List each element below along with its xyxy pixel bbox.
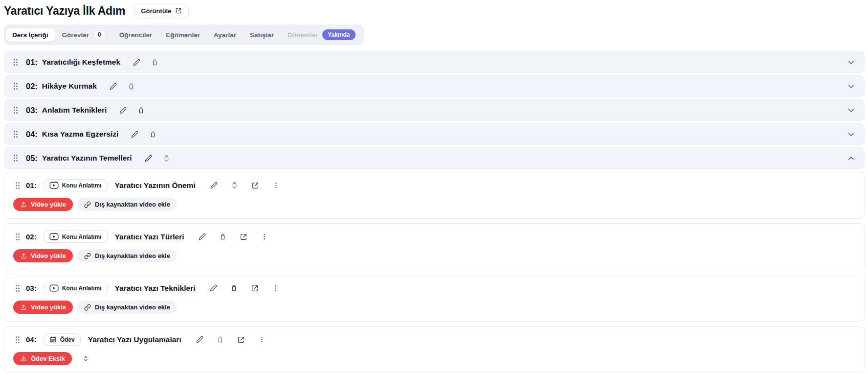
tab-bar: Ders İçeriği Görevler 0 Öğrenciler Eğitm… xyxy=(4,24,364,45)
lesson-number: 04: xyxy=(26,335,37,344)
lesson-type-badge: Konu Anlatımı xyxy=(44,231,108,243)
drag-handle-icon[interactable] xyxy=(13,154,18,162)
tab[interactable]: Dönemler Yakında xyxy=(281,26,362,43)
calendar-icon xyxy=(49,336,57,343)
external-video-button[interactable]: Dış kaynaktan video ekle xyxy=(77,249,177,262)
external-video-button[interactable]: Dış kaynaktan video ekle xyxy=(77,198,177,211)
section-row[interactable]: 03: Anlatım Teknikleri xyxy=(4,99,865,121)
trash-icon[interactable] xyxy=(231,182,238,189)
tab[interactable]: Eğitmenler xyxy=(159,28,206,42)
lesson-number: 01: xyxy=(26,181,37,189)
section-row[interactable]: 04: Kısa Yazma Egzersizi xyxy=(4,123,865,145)
trash-icon[interactable] xyxy=(230,284,238,292)
upload-video-button[interactable]: Video yükle xyxy=(13,301,73,314)
tab-label: Dönemler xyxy=(288,31,318,39)
lesson-type-label: Ödev xyxy=(60,336,75,343)
kebab-menu-icon[interactable] xyxy=(272,284,279,292)
trash-icon[interactable] xyxy=(128,83,135,90)
tab-label: Satışlar xyxy=(250,31,274,39)
tab[interactable]: Ders İçeriği xyxy=(6,28,55,42)
trash-icon[interactable] xyxy=(163,155,170,162)
tab-label: Ders İçeriği xyxy=(12,31,48,39)
lesson-header: 03: Konu Anlatımı Yaratıcı Yazı Teknikle… xyxy=(12,282,856,294)
link-icon xyxy=(84,201,91,208)
edit-pencil-icon[interactable] xyxy=(110,83,117,90)
edit-pencil-icon[interactable] xyxy=(210,182,218,189)
drag-handle-icon[interactable] xyxy=(15,233,20,241)
lesson-number: 03: xyxy=(26,284,37,292)
section-list: 01: Yaratıcılığı Keşfetmek xyxy=(4,51,865,169)
lesson-card: 04: Ödev Yaratıcı Yazı Uygulamaları xyxy=(4,326,865,373)
edit-pencil-icon[interactable] xyxy=(199,233,206,240)
lesson-card: 01: Konu Anlatımı Yaratıcı Yazının Önemi xyxy=(4,172,865,219)
chevron-down-icon[interactable] xyxy=(847,58,855,67)
video-actions: Video yükle Dış kaynaktan video ekle xyxy=(12,249,856,262)
lesson-header: 01: Konu Anlatımı Yaratıcı Yazının Önemi xyxy=(12,179,856,191)
tab[interactable]: Öğrenciler xyxy=(113,28,159,42)
edit-pencil-icon[interactable] xyxy=(133,59,140,66)
drag-handle-icon[interactable] xyxy=(15,336,20,344)
page-title: Yaratıcı Yazıya İlk Adım xyxy=(4,4,125,18)
open-external-icon[interactable] xyxy=(251,284,259,292)
open-external-icon[interactable] xyxy=(251,182,259,189)
chevron-down-icon[interactable] xyxy=(847,106,855,115)
play-video-icon xyxy=(49,284,59,292)
section-number: 02: xyxy=(26,82,38,91)
section-title: Hikâye Kurmak xyxy=(42,82,97,91)
upload-icon xyxy=(20,304,27,311)
upload-video-button[interactable]: Video yükle xyxy=(13,249,73,262)
lesson-type-badge: Konu Anlatımı xyxy=(44,179,108,191)
trash-icon[interactable] xyxy=(151,59,158,66)
tab[interactable]: Görevler 0 xyxy=(56,27,112,42)
view-button-label: Görüntüle xyxy=(141,7,171,15)
edit-pencil-icon[interactable] xyxy=(119,107,127,114)
kebab-menu-icon[interactable] xyxy=(272,182,280,189)
drag-handle-icon[interactable] xyxy=(15,182,20,189)
edit-pencil-icon[interactable] xyxy=(145,155,152,162)
tab-label: Görevler xyxy=(62,31,89,39)
kebab-menu-icon[interactable] xyxy=(258,336,266,343)
edit-pencil-icon[interactable] xyxy=(210,284,217,292)
lesson-header: 04: Ödev Yaratıcı Yazı Uygulamaları xyxy=(12,333,856,346)
tab-count-badge: 0 xyxy=(93,30,106,39)
section-row[interactable]: 05: Yaratıcı Yazının Temelleri xyxy=(4,147,865,169)
tab[interactable]: Ayarlar xyxy=(207,28,243,42)
kebab-menu-icon[interactable] xyxy=(261,233,268,240)
lesson-header: 02: Konu Anlatımı Yaratıcı Yazı Türleri xyxy=(12,231,856,243)
edit-pencil-icon[interactable] xyxy=(196,336,203,343)
drag-handle-icon[interactable] xyxy=(15,284,20,292)
open-external-icon[interactable] xyxy=(237,336,245,344)
tab-label: Ayarlar xyxy=(214,31,236,39)
drag-handle-icon[interactable] xyxy=(13,82,18,90)
section-row[interactable]: 01: Yaratıcılığı Keşfetmek xyxy=(4,51,865,73)
trash-icon[interactable] xyxy=(219,233,226,240)
chevron-down-icon[interactable] xyxy=(847,130,855,139)
video-actions: Video yükle Dış kaynaktan video ekle xyxy=(12,301,856,314)
external-video-label: Dış kaynaktan video ekle xyxy=(95,304,170,311)
drag-handle-icon[interactable] xyxy=(13,106,18,114)
lesson-card: 03: Konu Anlatımı Yaratıcı Yazı Teknikle… xyxy=(4,275,865,322)
chevron-up-icon[interactable] xyxy=(847,154,855,163)
section-title: Yaratıcı Yazının Temelleri xyxy=(42,154,132,163)
section-row[interactable]: 02: Hikâye Kurmak xyxy=(4,75,865,97)
external-video-button[interactable]: Dış kaynaktan video ekle xyxy=(77,301,177,314)
lesson-list: 01: Konu Anlatımı Yaratıcı Yazının Önemi xyxy=(4,172,865,373)
upload-video-button[interactable]: Video yükle xyxy=(13,198,73,211)
drag-handle-icon[interactable] xyxy=(13,58,18,66)
header: Yaratıcı Yazıya İlk Adım Görüntüle xyxy=(4,2,865,20)
section-number: 05: xyxy=(26,154,38,163)
trash-icon[interactable] xyxy=(149,131,156,138)
lesson-type-label: Konu Anlatımı xyxy=(62,182,102,189)
open-external-icon[interactable] xyxy=(240,233,247,241)
trash-icon[interactable] xyxy=(217,336,224,343)
lesson-number: 02: xyxy=(26,233,37,241)
view-button[interactable]: Görüntüle xyxy=(134,4,189,18)
section-title: Yaratıcılığı Keşfetmek xyxy=(42,58,120,67)
edit-pencil-icon[interactable] xyxy=(131,131,138,138)
trash-icon[interactable] xyxy=(137,107,145,114)
tab[interactable]: Satışlar xyxy=(244,28,280,42)
unfold-reorder-icon[interactable] xyxy=(83,355,89,362)
chevron-down-icon[interactable] xyxy=(847,82,855,91)
assignment-missing-label: Ödev Eksik xyxy=(31,355,65,362)
drag-handle-icon[interactable] xyxy=(13,130,18,138)
